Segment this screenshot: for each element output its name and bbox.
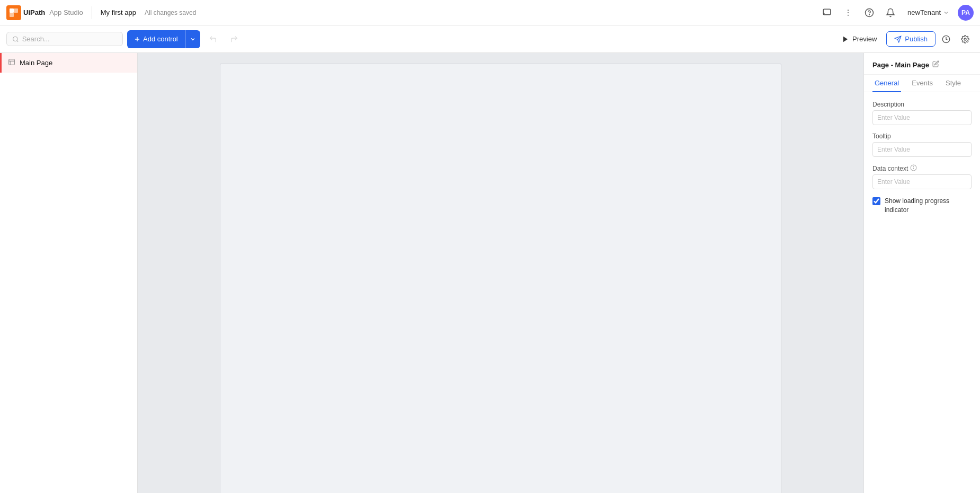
search-icon [12,36,19,43]
history-button[interactable] [938,31,955,48]
brand: UiPath App Studio [6,5,83,20]
tooltip-input[interactable] [872,142,972,157]
history-icon [942,35,950,43]
svg-point-5 [848,12,849,13]
more-options-button[interactable] [840,4,857,21]
redo-button[interactable] [226,31,243,48]
tenant-name: newTenant [907,8,941,16]
tooltip-field-group: Tooltip [872,133,972,157]
svg-point-17 [964,38,966,40]
show-loading-row: Show loading progress indicator [872,197,972,215]
uipath-logo: UiPath [6,5,45,20]
navbar: UiPath App Studio My first app All chang… [0,0,980,25]
svg-point-9 [13,37,17,41]
tenant-selector[interactable]: newTenant [903,6,954,19]
play-icon [842,36,849,43]
info-icon [910,164,917,172]
add-control-button[interactable]: Add control [127,30,200,48]
chevron-down-icon [190,36,196,42]
avatar[interactable]: PA [958,5,974,21]
undo-icon [209,35,217,43]
plus-icon [133,36,141,43]
show-loading-label: Show loading progress indicator [885,197,972,215]
sidebar-item-label: Main Page [20,59,52,67]
description-input[interactable] [872,110,972,125]
svg-point-6 [848,14,849,15]
right-panel: Page - Main Page General Events Style De… [863,53,980,493]
svg-rect-2 [10,13,14,17]
data-context-field-group: Data context [872,164,972,189]
add-control-label: Add control [143,35,178,43]
svg-rect-3 [823,9,831,15]
svg-marker-13 [843,36,848,42]
publish-label: Publish [905,35,928,43]
description-field-group: Description [872,101,972,125]
sidebar: Main Page [0,53,138,493]
page-icon [8,58,15,67]
right-panel-header: Page - Main Page [864,53,980,75]
svg-line-10 [17,40,18,41]
tab-style[interactable]: Style [943,75,963,92]
navbar-right: newTenant PA [818,4,974,21]
panel-tabs: General Events Style [864,75,980,92]
toolbar-right: Preview Publish [834,31,974,48]
help-button[interactable] [861,4,878,21]
tab-events[interactable]: Events [910,75,935,92]
comments-button[interactable] [818,4,835,21]
add-control-group: Add control [127,30,200,48]
svg-point-4 [848,10,849,11]
add-control-main[interactable]: Add control [127,30,184,48]
edit-icon[interactable] [932,60,939,69]
redo-icon [230,35,238,43]
publish-icon [894,36,902,43]
tab-general[interactable]: General [872,75,901,92]
publish-button[interactable]: Publish [886,31,936,47]
settings-icon [961,35,969,43]
main-content: Main Page Page - Main Page General Event… [0,53,980,493]
search-box[interactable] [6,32,123,46]
preview-label: Preview [852,35,877,43]
saved-status: All changes saved [145,9,196,16]
navbar-divider [92,6,92,19]
project-name: My first app [101,8,136,16]
toolbar: Add control Preview [0,25,980,53]
logo-box [6,5,21,20]
add-control-dropdown[interactable] [185,30,200,48]
tooltip-label: Tooltip [872,133,972,140]
undo-button[interactable] [204,31,221,48]
show-loading-checkbox[interactable] [872,197,880,205]
data-context-label: Data context [872,164,972,172]
svg-rect-1 [14,8,18,13]
preview-button[interactable]: Preview [834,32,884,46]
right-panel-title: Page - Main Page [872,61,929,69]
canvas[interactable] [220,64,781,493]
canvas-area [138,53,863,493]
sidebar-item-main-page[interactable]: Main Page [0,53,137,73]
panel-body: Description Tooltip Data context [864,92,980,223]
search-input[interactable] [22,35,117,43]
settings-button[interactable] [957,31,974,48]
svg-rect-18 [9,59,15,65]
data-context-input[interactable] [872,174,972,189]
description-label: Description [872,101,972,108]
app-studio-label: App Studio [49,8,83,16]
svg-rect-0 [10,8,14,13]
notifications-button[interactable] [882,4,899,21]
logo-text: UiPath [23,8,45,16]
